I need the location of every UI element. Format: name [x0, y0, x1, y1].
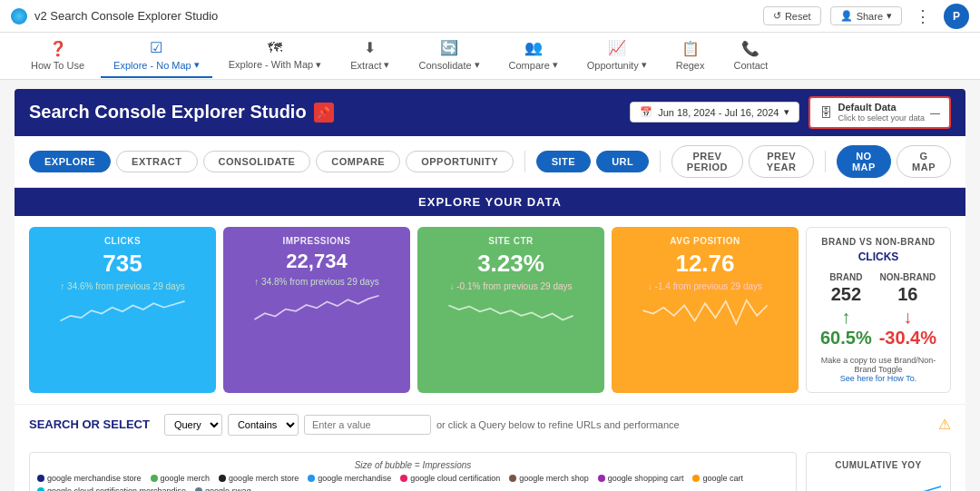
- brand-value: 252: [818, 284, 875, 305]
- data-source-selector[interactable]: 🗄 Default Data Click to select your data…: [808, 96, 951, 129]
- share-button[interactable]: 👤 Share ▾: [830, 6, 902, 25]
- nav-item-explore-no-map[interactable]: ☑ Explore - No Map ▾: [101, 34, 212, 78]
- site-button[interactable]: SITE: [536, 151, 591, 172]
- brand-table: BRAND NON-BRAND 252 16 ↑ 60.5% ↓ -30.4%: [816, 270, 941, 350]
- metric-impressions: IMPRESSIONS 22,734 ↑ 34.8% from previous…: [223, 227, 410, 393]
- position-value: 12.76: [622, 250, 788, 278]
- more-options-button[interactable]: ⋮: [911, 6, 935, 26]
- nonbrand-col-header: NON-BRAND: [877, 272, 939, 282]
- nav-item-explore-with-map[interactable]: 🗺 Explore - With Map ▾: [216, 34, 335, 78]
- cumulative-chart-svg: [814, 474, 941, 491]
- impressions-chart: [234, 290, 399, 327]
- search-label: SEARCH OR SELECT: [29, 417, 150, 431]
- clicks-change: ↑ 34.6% from previous 29 days: [40, 281, 205, 291]
- pin-button[interactable]: 📌: [314, 103, 334, 123]
- studio-header: Search Console Explorer Studio 📌 📅 Jun 1…: [15, 89, 965, 136]
- consolidate-button[interactable]: CONSOLIDATE: [203, 151, 311, 172]
- explore-button[interactable]: EXPLORE: [29, 151, 111, 172]
- top-bar-right: ↺ Reset 👤 Share ▾ ⋮ P: [763, 4, 969, 29]
- metrics-row: CLICKS 735 ↑ 34.6% from previous 29 days…: [15, 216, 965, 404]
- explore-section: EXPLORE YOUR DATA CLICKS 735 ↑ 34.6% fro…: [15, 188, 965, 491]
- legend-dot-6: [598, 475, 605, 482]
- search-hint: or click a Query below to refine URLs an…: [436, 419, 933, 430]
- nonbrand-value: 16: [877, 284, 939, 305]
- brand-link[interactable]: See here for How To.: [816, 374, 941, 383]
- position-chart: [622, 295, 788, 331]
- legend-dot-1: [151, 475, 158, 482]
- search-row: SEARCH OR SELECT Query Contains or click…: [15, 404, 965, 445]
- nav-item-consolidate[interactable]: 🔄 Consolidate ▾: [406, 34, 492, 78]
- legend-dot-9: [195, 487, 202, 491]
- impressions-title: IMPRESSIONS: [234, 236, 399, 246]
- main-content: Search Console Explorer Studio 📌 📅 Jun 1…: [0, 80, 980, 491]
- ctr-chart: [428, 295, 593, 331]
- metric-ctr: SITE CTR 3.23% ↓ -0.1% from previous 29 …: [417, 227, 604, 393]
- explore-with-map-icon: 🗺: [268, 40, 282, 56]
- reset-icon: ↺: [773, 10, 781, 22]
- brand-note: Make a copy to use Brand/Non-Brand Toggl…: [816, 356, 941, 374]
- legend-dot-4: [400, 475, 407, 482]
- legend-item-0: google merchandise store: [37, 474, 142, 483]
- legend-dot-7: [692, 475, 700, 482]
- compare-button[interactable]: COMPARE: [316, 151, 400, 172]
- top-bar-left: v2 Search Console Explorer Studio: [11, 8, 218, 25]
- nav-item-opportunity[interactable]: 📈 Opportunity ▾: [574, 34, 660, 78]
- prev-period-button[interactable]: PREV PERIOD: [671, 145, 743, 178]
- legend-dot-5: [509, 475, 516, 482]
- legend-item-8: google cloud certification merchandise: [37, 486, 186, 491]
- share-icon: 👤: [840, 10, 853, 22]
- clicks-value: 735: [40, 250, 205, 278]
- clicks-chart: [40, 295, 205, 331]
- chart-title: Size of bubble = Impressions: [37, 460, 789, 470]
- separator-2: [660, 151, 661, 172]
- nav-item-how-to-use[interactable]: ❓ How To Use: [18, 34, 97, 78]
- nav-item-extract[interactable]: ⬇ Extract ▾: [338, 34, 402, 78]
- brand-card-subtitle: CLICKS: [816, 250, 941, 263]
- legend-item-6: google shopping cart: [598, 474, 684, 483]
- clicks-title: CLICKS: [40, 236, 205, 246]
- nav-item-compare[interactable]: 👥 Compare ▾: [496, 34, 571, 78]
- metric-clicks: CLICKS 735 ↑ 34.6% from previous 29 days: [29, 227, 216, 393]
- extract-button[interactable]: EXTRACT: [116, 151, 197, 172]
- brand-col-header: BRAND: [818, 272, 875, 282]
- ctr-change: ↓ -0.1% from previous 29 days: [428, 281, 593, 291]
- separator-1: [524, 151, 525, 172]
- legend-item-3: google merchandise: [308, 474, 391, 483]
- how-to-use-icon: ❓: [49, 40, 67, 57]
- impressions-value: 22,734: [234, 250, 399, 273]
- legend-item-4: google cloud certification: [400, 474, 500, 483]
- ctr-value: 3.23%: [428, 250, 593, 278]
- query-select[interactable]: Query: [164, 414, 222, 436]
- position-title: AVG POSITION: [622, 236, 788, 246]
- contact-icon: 📞: [741, 40, 760, 57]
- studio-title: Search Console Explorer Studio: [29, 102, 307, 123]
- extract-icon: ⬇: [364, 39, 376, 56]
- action-row: EXPLORE EXTRACT CONSOLIDATE COMPARE OPPO…: [15, 136, 965, 188]
- chart-legend: google merchandise store google merch go…: [37, 474, 789, 491]
- brand-vs-nonbrand-card: BRAND VS NON-BRAND CLICKS BRAND NON-BRAN…: [806, 227, 951, 393]
- date-range-selector[interactable]: 📅 Jun 18, 2024 - Jul 16, 2024 ▾: [630, 102, 799, 123]
- contains-select[interactable]: Contains: [228, 414, 299, 436]
- prev-year-button[interactable]: PREV YEAR: [749, 145, 814, 178]
- pin-icon: 📌: [317, 106, 330, 119]
- no-map-button[interactable]: NO MAP: [837, 145, 891, 178]
- opportunity-icon: 📈: [608, 39, 626, 56]
- ctr-title: SITE CTR: [428, 236, 593, 246]
- reset-button[interactable]: ↺ Reset: [763, 6, 821, 25]
- calendar-icon: 📅: [640, 106, 652, 118]
- g-map-button[interactable]: G MAP: [897, 145, 951, 178]
- legend-dot-0: [37, 475, 44, 482]
- opportunity-button[interactable]: OPPORTUNITY: [406, 151, 514, 172]
- impressions-change: ↑ 34.8% from previous 29 days: [234, 277, 399, 287]
- metric-position: AVG POSITION 12.76 ↓ -1.4 from previous …: [612, 227, 799, 393]
- legend-item-2: google merch store: [219, 474, 299, 483]
- value-input[interactable]: [304, 415, 431, 435]
- legend-item-1: google merch: [151, 474, 211, 483]
- nav-item-regex[interactable]: 📋 Regex: [663, 34, 718, 78]
- nav-item-contact[interactable]: 📞 Contact: [720, 34, 780, 78]
- position-change: ↓ -1.4 from previous 29 days: [622, 281, 788, 291]
- cumulative-yoy-panel: CUMULATIVE YOY CLICK HERE →: [806, 452, 951, 491]
- nav-bar: ❓ How To Use ☑ Explore - No Map ▾ 🗺 Expl…: [0, 33, 980, 80]
- brand-pct: ↑ 60.5%: [818, 307, 875, 349]
- url-button[interactable]: URL: [596, 151, 649, 172]
